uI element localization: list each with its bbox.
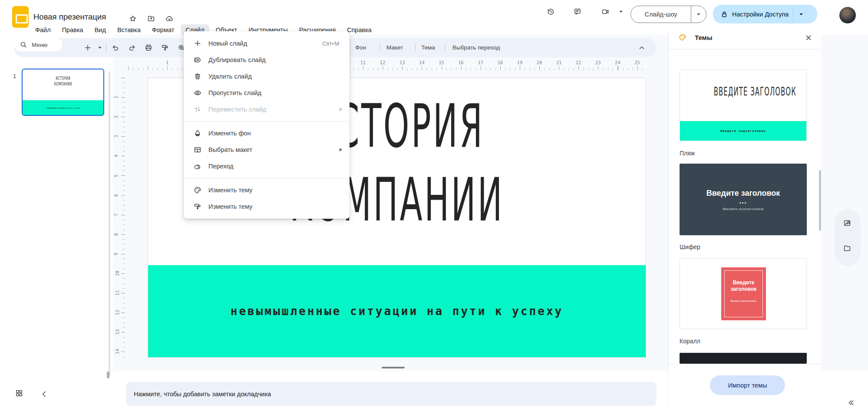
- menu-item-8[interactable]: Переход: [184, 158, 350, 174]
- collapse-rail-icon[interactable]: [847, 398, 855, 407]
- slide-subtitle-band[interactable]: невымышленные ситуации на пути к успеху: [148, 265, 646, 357]
- theme-name-label: Шифер: [680, 243, 700, 250]
- version-history-icon[interactable]: [546, 7, 555, 16]
- meet-camera-icon[interactable]: [601, 7, 610, 16]
- lock-icon: [720, 10, 729, 19]
- slide-menu-dropdown: Новый слайдCtrl+MДублировать слайдУдалит…: [184, 31, 350, 219]
- vruler-number: 8: [113, 233, 119, 236]
- menubar-item-2[interactable]: Вид: [90, 24, 111, 36]
- hruler-number: 25: [634, 60, 640, 65]
- vruler-number: 10: [115, 271, 120, 276]
- hruler-number: 24: [615, 60, 620, 65]
- theme-button[interactable]: Тема: [421, 38, 435, 57]
- comments-icon[interactable]: [573, 7, 582, 16]
- grid-view-icon[interactable]: [15, 389, 23, 398]
- menu-item-label: Переход: [208, 163, 234, 170]
- close-icon[interactable]: [804, 33, 813, 42]
- search-icon: [19, 40, 28, 49]
- menu-divider: [184, 178, 350, 178]
- theme-dots: •••: [680, 200, 807, 205]
- cloud-status-icon: [165, 14, 174, 23]
- menu-item-10[interactable]: Изменить тему: [184, 182, 350, 198]
- search-menus-button[interactable]: Меню: [14, 38, 63, 51]
- duplicate-icon: [193, 56, 202, 64]
- share-caret-icon[interactable]: [793, 10, 809, 19]
- redo-button[interactable]: [128, 38, 136, 57]
- palette-icon: [193, 186, 202, 194]
- menu-item-1[interactable]: Дублировать слайд: [184, 52, 350, 68]
- speaker-notes-placeholder: Нажмите, чтобы добавить заметки докладчи…: [134, 391, 271, 398]
- theme-card-Пляж[interactable]: Введите заголовокВведите подзаголовок: [680, 69, 807, 141]
- theme-card-partial[interactable]: [680, 353, 807, 364]
- transition-button[interactable]: Выбрать переход: [452, 38, 500, 57]
- layout-button[interactable]: Макет: [386, 38, 403, 57]
- slideshow-label: Слайд-шоу: [631, 11, 691, 18]
- search-label: Меню: [32, 42, 48, 48]
- vruler-number: 9: [113, 253, 119, 255]
- theme-name-label: Пляж: [680, 150, 695, 157]
- notes-resize-handle[interactable]: [382, 367, 405, 368]
- menu-item-label: Удалить слайд: [208, 73, 252, 80]
- menu-item-label: Изменить тему: [208, 187, 252, 194]
- menubar-item-1[interactable]: Правка: [57, 24, 88, 36]
- filmstrip-scrollbar-tail[interactable]: [107, 372, 109, 378]
- new-slide-button[interactable]: [83, 38, 92, 57]
- star-icon[interactable]: [129, 14, 137, 23]
- vruler-number: 3: [113, 135, 119, 138]
- hruler-number: 18: [497, 60, 503, 65]
- slideshow-caret-icon[interactable]: [691, 10, 706, 19]
- collapse-filmstrip-icon[interactable]: [40, 390, 49, 398]
- menu-item-3[interactable]: Пропустить слайд: [184, 85, 350, 101]
- submenu-arrow-icon: [340, 148, 342, 151]
- menu-item-label: Изменить фон: [208, 130, 251, 137]
- vruler-number: 5: [113, 174, 119, 177]
- import-theme-button[interactable]: Импорт темы: [710, 375, 785, 395]
- new-slide-caret-icon[interactable]: [96, 38, 104, 57]
- trash-icon: [193, 72, 202, 81]
- folder-icon[interactable]: [843, 244, 851, 253]
- slide-number: 1: [13, 73, 16, 79]
- document-title[interactable]: Новая презентация: [33, 12, 106, 22]
- menu-item-label: Выбрать макет: [208, 146, 252, 153]
- collapse-toolbar-icon[interactable]: [637, 43, 646, 52]
- hruler-number: 11: [360, 60, 366, 65]
- image-search-icon[interactable]: [843, 219, 851, 227]
- theme-card-Коралл[interactable]: Введите заголовокВведите подзаголовок: [680, 258, 807, 329]
- share-button[interactable]: Настройки Доступа: [713, 5, 817, 23]
- menubar-item-0[interactable]: Файл: [30, 24, 56, 36]
- undo-button[interactable]: [111, 38, 120, 57]
- meet-caret-icon[interactable]: [617, 7, 625, 16]
- menu-item-6[interactable]: Изменить фон: [184, 125, 350, 141]
- vruler-number: 13: [115, 329, 120, 335]
- menubar-item-4[interactable]: Формат: [147, 24, 179, 36]
- background-button[interactable]: Фон: [355, 38, 366, 57]
- print-button[interactable]: [144, 38, 153, 57]
- hruler-number: 20: [537, 60, 542, 65]
- vruler-number: 11: [115, 290, 120, 296]
- menu-item-2[interactable]: Удалить слайд: [184, 68, 350, 85]
- themes-scrollbar[interactable]: [819, 170, 821, 231]
- thumbnail-title: Историякомпании: [23, 76, 103, 87]
- avatar[interactable]: [839, 7, 856, 23]
- filmstrip-resize-bar[interactable]: [109, 72, 110, 376]
- vertical-ruler: [120, 78, 125, 359]
- vruler-number: 4: [113, 155, 119, 157]
- vruler-number: 12: [115, 310, 120, 316]
- menu-item-7[interactable]: Выбрать макет: [184, 141, 350, 158]
- hruler-number: 15: [439, 60, 444, 65]
- move-to-folder-icon[interactable]: [147, 14, 155, 23]
- layout-icon: [193, 145, 202, 154]
- slideshow-button[interactable]: Слайд-шоу: [630, 6, 706, 23]
- theme-card-Шифер[interactable]: Введите заголовок•••Введите подзаголовок: [680, 164, 807, 235]
- theme-title: Введите заголовок: [680, 85, 806, 98]
- toolbar-separator: [445, 43, 445, 52]
- hruler-number: 16: [458, 60, 464, 65]
- paint-format-button[interactable]: [161, 38, 169, 57]
- slide-thumbnail[interactable]: Историякомпании невымышленные ситуации н…: [22, 69, 104, 116]
- slides-logo-icon[interactable]: [12, 6, 29, 28]
- menu-item-11[interactable]: Изменить тему: [184, 198, 350, 215]
- hruler-number: 22: [576, 60, 581, 65]
- menu-item-0[interactable]: Новый слайдCtrl+M: [184, 35, 350, 52]
- menubar-item-3[interactable]: Вставка: [112, 24, 145, 36]
- speaker-notes[interactable]: Нажмите, чтобы добавить заметки докладчи…: [126, 382, 657, 406]
